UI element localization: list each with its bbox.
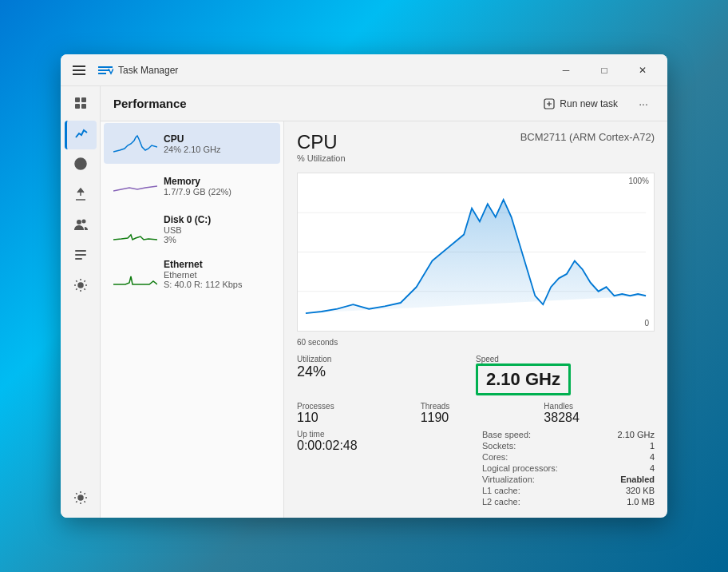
handles-value: 38284 (544, 411, 655, 425)
perf-item-header-memory: Memory 1.7/7.9 GB (22%) (113, 172, 271, 200)
ethernet-sub1: Ethernet (164, 270, 271, 280)
memory-sub: 1.7/7.9 GB (22%) (164, 187, 271, 197)
svg-point-10 (81, 220, 85, 224)
cpu-name: CPU (164, 133, 271, 145)
disk-sub1: USB (164, 225, 271, 235)
perf-info-disk: Disk 0 (C:) USB 3% (164, 214, 271, 244)
details-icon (73, 248, 88, 265)
users-icon (73, 217, 88, 235)
disk-sparkline (113, 216, 157, 244)
ethernet-sub2: S: 40.0 R: 112 Kbps (164, 280, 271, 289)
threads-label: Threads (421, 402, 532, 411)
left-stats: Up time 0:00:02:48 (297, 430, 469, 508)
svg-rect-4 (81, 97, 86, 102)
svg-point-14 (78, 283, 83, 288)
svg-rect-1 (98, 70, 109, 71)
svg-rect-2 (98, 73, 106, 74)
perf-item-memory[interactable]: Memory 1.7/7.9 GB (22%) (104, 165, 280, 206)
l2-cache-row: L2 cache: 1.0 MB (482, 497, 655, 506)
sidebar-item-details[interactable] (65, 242, 97, 271)
base-speed-label: Base speed: (482, 430, 531, 439)
perf-info-cpu: CPU 24% 2.10 GHz (164, 133, 271, 154)
window-title: Task Manager (118, 65, 548, 76)
detail-subtitle: % Utilization (297, 153, 346, 163)
handles-label: Handles (544, 402, 655, 411)
virtualization-row: Virtualization: Enabled (482, 475, 655, 484)
summary-icon (73, 96, 88, 113)
perf-item-header-ethernet: Ethernet Ethernet S: 40.0 R: 112 Kbps (113, 259, 271, 289)
virtualization-label: Virtualization: (482, 475, 535, 484)
detail-bottom: Up time 0:00:02:48 Base speed: 2.10 GHz … (297, 430, 655, 508)
detail-header: CPU % Utilization BCM2711 (ARM Cortex-A7… (297, 131, 655, 169)
base-speed-row: Base speed: 2.10 GHz (482, 430, 655, 439)
svg-rect-12 (75, 254, 86, 256)
utilization-stat: Utilization 24% (297, 355, 476, 395)
svg-rect-13 (75, 258, 82, 260)
performance-icon (74, 126, 89, 144)
base-speed-value: 2.10 GHz (618, 430, 655, 439)
perf-info-memory: Memory 1.7/7.9 GB (22%) (164, 176, 271, 197)
l1-cache-label: L1 cache: (482, 486, 520, 495)
maximize-button[interactable]: □ (586, 58, 623, 82)
detail-area: CPU % Utilization BCM2711 (ARM Cortex-A7… (284, 121, 667, 518)
history-icon (73, 157, 88, 174)
window-controls: ─ □ ✕ (548, 58, 661, 82)
svg-rect-0 (98, 66, 113, 68)
page-title: Performance (113, 97, 536, 110)
more-options-button[interactable]: ··· (632, 93, 655, 115)
minimize-button[interactable]: ─ (548, 58, 584, 82)
chart-top-label: 100% (628, 177, 649, 185)
svg-point-9 (77, 220, 81, 224)
close-button[interactable]: ✕ (624, 58, 661, 82)
logical-processors-value: 4 (650, 463, 655, 473)
sidebar-item-users[interactable] (65, 212, 97, 240)
l1-cache-row: L1 cache: 320 KB (482, 486, 655, 495)
hamburger-button[interactable] (67, 58, 91, 82)
utilization-value: 24% (297, 363, 476, 380)
sidebar-item-settings[interactable] (65, 485, 97, 514)
speed-value: 2.10 GHz (486, 369, 560, 389)
svg-rect-11 (75, 250, 86, 252)
ethernet-name: Ethernet (164, 259, 271, 270)
sidebar-item-summary[interactable] (65, 90, 97, 119)
settings-icon (73, 491, 88, 508)
stats-row: Utilization 24% Speed 2.10 GHz (297, 355, 655, 395)
header-actions: Run new task ··· (536, 93, 655, 115)
sidebar-item-startup[interactable] (65, 181, 97, 210)
sidebar-item-app-history[interactable] (65, 151, 97, 180)
logical-processors-row: Logical processors: 4 (482, 463, 655, 473)
task-manager-window: Task Manager ─ □ ✕ (61, 54, 667, 518)
disk-name: Disk 0 (C:) (164, 214, 271, 225)
hamburger-icon (73, 70, 85, 71)
perf-info-ethernet: Ethernet Ethernet S: 40.0 R: 112 Kbps (164, 259, 271, 289)
speed-stat: Speed 2.10 GHz (476, 355, 655, 395)
disk-sub2: 3% (164, 235, 271, 244)
sockets-label: Sockets: (482, 441, 516, 451)
run-task-button[interactable]: Run new task (536, 95, 626, 113)
cpu-sub: 24% 2.10 GHz (164, 145, 271, 154)
startup-icon (73, 187, 88, 205)
speed-box: 2.10 GHz (476, 363, 571, 395)
l2-cache-value: 1.0 MB (627, 497, 655, 506)
threads-value: 1190 (421, 411, 532, 425)
secondary-stats: Processes 110 Threads 1190 Handles 38284 (297, 402, 655, 425)
svg-rect-3 (75, 97, 80, 102)
processes-value: 110 (297, 411, 408, 425)
perf-content: CPU 24% 2.10 GHz Memory (101, 121, 667, 518)
main-content: Performance Run new task ··· (61, 86, 667, 518)
perf-item-ethernet[interactable]: Ethernet Ethernet S: 40.0 R: 112 Kbps (104, 252, 280, 296)
sidebar-item-services[interactable] (65, 272, 97, 301)
perf-item-disk[interactable]: Disk 0 (C:) USB 3% (104, 208, 280, 251)
cores-value: 4 (650, 452, 655, 462)
run-task-icon (544, 98, 555, 109)
sidebar-item-performance[interactable] (65, 121, 97, 149)
cpu-chart-svg (298, 173, 654, 331)
virtualization-value: Enabled (620, 475, 655, 484)
threads-stat: Threads 1190 (421, 402, 532, 425)
detail-title-block: CPU % Utilization (297, 131, 346, 169)
perf-item-cpu[interactable]: CPU 24% 2.10 GHz (104, 123, 280, 164)
processes-stat: Processes 110 (297, 402, 408, 425)
services-icon (73, 278, 88, 296)
l1-cache-value: 320 KB (626, 486, 655, 495)
memory-sparkline (113, 172, 157, 200)
